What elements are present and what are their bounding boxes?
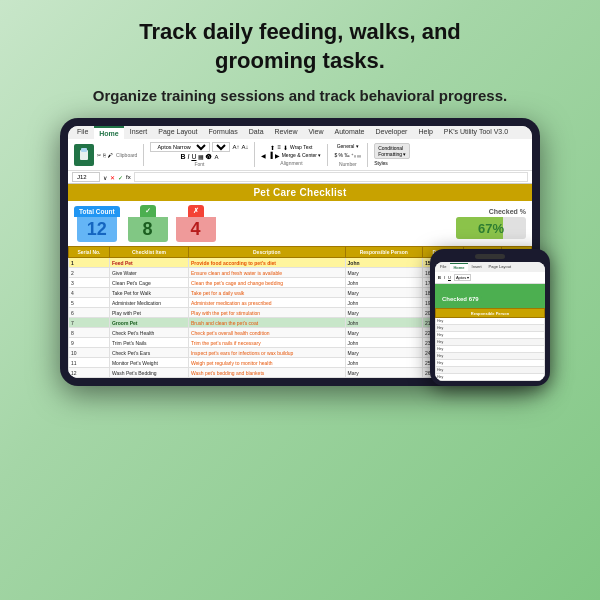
phone-underline-icon[interactable]: U (448, 275, 451, 280)
expand-icon[interactable]: ∨ (103, 174, 107, 181)
align-middle-icon[interactable]: ≡ (277, 144, 281, 151)
table-cell: Weigh pet regularly to monitor health (188, 358, 345, 368)
cancel-formula-icon[interactable]: ✕ (110, 174, 115, 181)
table-cell: Check Pet's Ears (109, 348, 188, 358)
table-cell: 2 (69, 268, 110, 278)
phone-table-cell: Hey (436, 360, 545, 367)
tab-formulas[interactable]: Formulas (204, 126, 243, 139)
ribbon-clipboard-group: ✂ ⎘ 🖌 Clipboard (74, 144, 144, 166)
tab-data[interactable]: Data (244, 126, 269, 139)
table-cell: John (345, 318, 422, 328)
table-cell: John (345, 298, 422, 308)
copy-icon[interactable]: ⎘ (103, 152, 106, 158)
phone-tab-file[interactable]: File (437, 263, 449, 271)
confirm-formula-icon[interactable]: ✓ (118, 174, 123, 181)
bold-icon[interactable]: B (180, 153, 185, 160)
cell-reference[interactable]: J12 (72, 172, 100, 182)
table-cell: John (345, 258, 422, 268)
tab-file[interactable]: File (72, 126, 93, 139)
phone-table-row: Hey (436, 360, 545, 367)
table-cell: 8 (69, 328, 110, 338)
tab-view[interactable]: View (304, 126, 329, 139)
phone-table-row: Hey (436, 353, 545, 360)
wrap-text-button[interactable]: Wrap Text (290, 144, 312, 151)
table-cell: 5 (69, 298, 110, 308)
border-icon[interactable]: ▦ (198, 153, 204, 160)
cut-icon[interactable]: ✂ (97, 152, 101, 158)
table-cell: 3 (69, 278, 110, 288)
main-title: Track daily feeding, walks, and grooming… (93, 18, 507, 75)
align-right-icon[interactable]: ▶ (275, 152, 280, 159)
table-cell: Take pet for a daily walk (188, 288, 345, 298)
phone-table-row: Hey (436, 339, 545, 346)
table-cell: Provide food according to pet's diet (188, 258, 345, 268)
phone-bold-icon[interactable]: B (438, 275, 441, 280)
phone-tab-page-layout[interactable]: Page Layout (486, 263, 514, 271)
ribbon-alignment-group: ⬆ ≡ ⬇ Wrap Text ◀ ▐ ▶ Merge & Center ▾ A… (261, 144, 328, 166)
phone-device: File Home Insert Page Layout B I U Aptos… (430, 249, 550, 386)
table-cell: 9 (69, 338, 110, 348)
insert-function-icon[interactable]: fx (126, 174, 131, 180)
formula-input[interactable] (134, 172, 528, 182)
table-cell: Clean Pet's Cage (109, 278, 188, 288)
align-left-icon[interactable]: ◀ (261, 152, 266, 159)
table-cell: Mary (345, 348, 422, 358)
decrease-font-icon[interactable]: A↓ (241, 144, 248, 150)
total-count-box: Total Count 12 (74, 206, 120, 242)
format-painter-icon[interactable]: 🖌 (108, 152, 113, 158)
tab-automate[interactable]: Automate (330, 126, 370, 139)
phone-tab-home[interactable]: Home (450, 263, 467, 271)
table-cell: Trim Pet's Nails (109, 338, 188, 348)
underline-icon[interactable]: U (191, 153, 196, 160)
ribbon-number-group: General ▾ $ % ‰ ⁺₀ ₀₀ Number (334, 143, 368, 167)
table-cell: Inspect pet's ears for infections or wax… (188, 348, 345, 358)
table-cell: John (345, 278, 422, 288)
col-serial: Serial No. (69, 247, 110, 258)
conditional-formatting-button[interactable]: ConditionalFormatting ▾ (374, 143, 410, 159)
font-family-select[interactable]: Aptos Narrow (150, 142, 210, 152)
align-bottom-icon[interactable]: ⬇ (283, 144, 288, 151)
tab-page-layout[interactable]: Page Layout (153, 126, 202, 139)
merge-center-button[interactable]: Merge & Center ▾ (282, 152, 322, 159)
tab-insert[interactable]: Insert (125, 126, 153, 139)
increase-font-icon[interactable]: A↑ (232, 144, 239, 150)
phone-notch (475, 254, 505, 259)
percent-bar-container: 67% (456, 217, 526, 239)
table-cell: Wash pet's bedding and blankets (188, 368, 345, 378)
col-person: Responsible Person (345, 247, 422, 258)
font-size-select[interactable]: 11 (212, 142, 230, 152)
tab-developer[interactable]: Developer (371, 126, 413, 139)
font-color-icon[interactable]: A (214, 154, 218, 160)
styles-label: Styles (374, 160, 410, 166)
table-cell: Check Pet's Health (109, 328, 188, 338)
phone-table-cell: Hey (436, 325, 545, 332)
phone-tab-insert[interactable]: Insert (469, 263, 485, 271)
fill-color-icon[interactable]: 🅐 (206, 154, 212, 160)
italic-icon[interactable]: I (187, 153, 189, 160)
tab-review[interactable]: Review (270, 126, 303, 139)
tab-help[interactable]: Help (413, 126, 437, 139)
ribbon-tabs: File Home Insert Page Layout Formulas Da… (68, 126, 532, 139)
phone-table-row: Hey (436, 346, 545, 353)
alignment-label: Alignment (280, 160, 302, 166)
table-cell: Administer medication as prescribed (188, 298, 345, 308)
table-cell: Mary (345, 328, 422, 338)
phone-col-person: Responsible Person (436, 309, 545, 318)
checked-value: 8 (128, 217, 168, 242)
ribbon-styles-group: ConditionalFormatting ▾ Styles (374, 143, 410, 166)
align-top-icon[interactable]: ⬆ (270, 144, 275, 151)
formula-bar: J12 ∨ ✕ ✓ fx (68, 171, 532, 184)
phone-ribbon-body: B I U Aptos ▾ (435, 272, 545, 284)
table-cell: Give Water (109, 268, 188, 278)
phone-table-cell: Hey (436, 353, 545, 360)
unchecked-label: ✗ (188, 205, 204, 217)
table-cell: Check pet's overall health condition (188, 328, 345, 338)
subtitle: Organize training sessions and track beh… (93, 85, 507, 106)
phone-italic-icon[interactable]: I (444, 275, 445, 280)
tab-pk-utility[interactable]: PK's Utility Tool V3.0 (439, 126, 513, 139)
phone-table-cell: Hey (436, 339, 545, 346)
phone-font-select[interactable]: Aptos ▾ (454, 274, 471, 281)
phone-ribbon-tabs: File Home Insert Page Layout (435, 262, 545, 272)
align-center-icon[interactable]: ▐ (268, 152, 272, 159)
tab-home[interactable]: Home (94, 126, 123, 139)
